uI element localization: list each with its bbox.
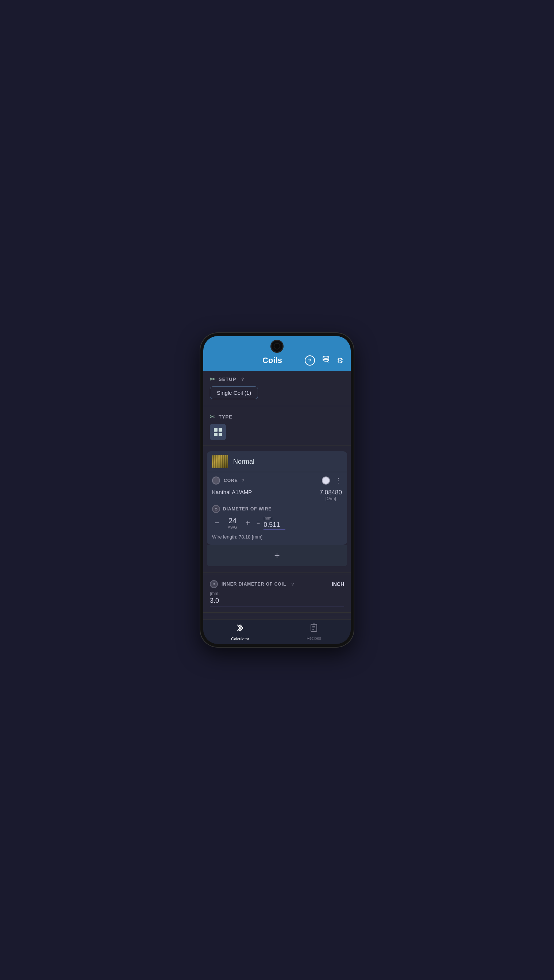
divider-3 [203,572,351,573]
svg-line-2 [327,361,328,362]
wire-resistance: 7.08480 [Ω/m] [320,489,342,501]
setup-icon: ✂ [210,376,215,383]
calculator-icon [236,624,245,635]
recipes-label: Recipes [307,636,321,640]
type-icon: ✂ [210,414,215,420]
legs-section: ↕ LEGS LENGTH PER COIL [mm] 15.0 [203,615,351,619]
phone-frame: Coils ? ⚙ ✂ SETUP ? Single [201,333,353,647]
awg-decrease-button[interactable]: − [212,518,222,528]
type-grid-button[interactable] [210,424,226,440]
app-title: Coils [240,356,305,365]
grid-icon [214,428,222,436]
core-circle-indicator [212,477,220,485]
main-content: ✂ SETUP ? Single Coil (1) ✂ TYPE Nor [203,371,351,619]
coil-thumbnail [212,455,228,468]
settings-icon[interactable]: ⚙ [337,356,344,365]
add-wire-row: + [207,545,347,566]
awg-row: − 24 AWG + = [mm] 0.511 [212,516,342,530]
help-icon[interactable]: ? [305,355,315,366]
single-coil-button[interactable]: Single Coil (1) [210,387,258,399]
svg-point-0 [323,356,329,358]
recipes-icon [309,624,318,635]
calculator-label: Calculator [231,637,249,641]
add-wire-button[interactable]: + [274,550,280,561]
diameter-icon: ⊘ [212,505,220,513]
equals-sign: = [256,520,260,526]
type-section: ✂ TYPE [203,408,351,443]
setup-label: ✂ SETUP ? [210,376,344,383]
awg-value-display: 24 AWG [226,517,239,530]
divider-2 [203,445,351,445]
core-left: CORE ? [212,477,244,485]
normal-label: Normal [233,458,255,466]
divider-1 [203,406,351,406]
mm-unit: [mm] [264,516,272,520]
core-header: CORE ? ⋮ [212,477,342,485]
core-right: ⋮ [322,477,342,485]
core-toggle[interactable] [322,477,330,485]
awg-increase-button[interactable]: + [243,518,253,528]
inner-diameter-section: ⊙ INNER DIAMETER OF COIL ? INCH [mm] 3.0 [203,574,351,610]
bottom-navigation: Calculator Recipes [203,619,351,644]
diameter-section: ⊘ DIAMETER OF WIRE − 24 AWG + = [mm] 0.5… [212,505,342,539]
core-section: CORE ? ⋮ Kanthal A1/AMP 7.08480 [Ω/m] ⊘ [207,472,347,545]
mm-section: [mm] 0.511 [264,516,285,530]
wire-length-label: Wire length: 78.18 [mm] [212,534,342,539]
divider-4 [203,612,351,612]
awg-number: 24 [226,517,239,525]
inch-toggle-button[interactable]: INCH [332,581,344,587]
nav-calculator[interactable]: Calculator [203,620,277,644]
phone-notch [271,340,283,353]
inner-diam-header: ⊙ INNER DIAMETER OF COIL ? INCH [210,580,344,588]
normal-coil-row[interactable]: Normal [207,451,347,472]
mm-value[interactable]: 0.511 [264,521,285,530]
wire-info-row: Kanthal A1/AMP 7.08480 [Ω/m] [212,489,342,501]
type-label: ✂ TYPE [210,414,344,420]
diameter-header: ⊘ DIAMETER OF WIRE [212,505,342,513]
diameter-title: DIAMETER OF WIRE [223,506,272,512]
svg-rect-7 [313,624,315,625]
setup-section: ✂ SETUP ? Single Coil (1) [203,371,351,404]
resistance-value: 7.08480 [320,489,342,496]
core-title: CORE [224,478,238,483]
inner-diam-icon: ⊙ [210,580,218,588]
inner-diam-value[interactable]: 3.0 [210,597,344,606]
wire-name[interactable]: Kanthal A1/AMP [212,489,252,495]
header-icons: ? ⚙ [305,355,344,366]
core-menu-button[interactable]: ⋮ [335,477,342,485]
core-help[interactable]: ? [242,478,244,484]
inner-diam-help[interactable]: ? [291,582,294,587]
database-icon[interactable] [322,355,330,366]
nav-recipes[interactable]: Recipes [277,620,351,644]
awg-unit: AWG [226,525,239,530]
inner-diam-unit: [mm] [210,591,344,596]
resistance-unit: [Ω/m] [320,496,342,501]
inner-diam-title: INNER DIAMETER OF COIL [221,582,286,587]
